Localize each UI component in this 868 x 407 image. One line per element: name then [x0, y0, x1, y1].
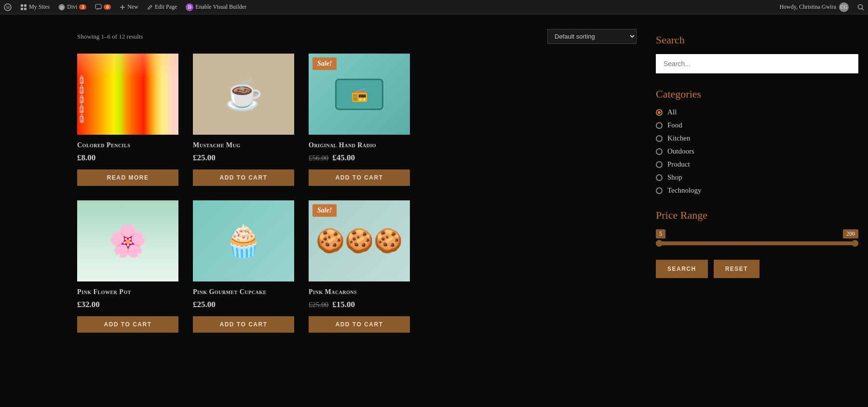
- category-radio-technology[interactable]: [656, 187, 663, 194]
- category-item-all[interactable]: All: [656, 108, 858, 116]
- price-range-fill: [656, 241, 858, 245]
- user-avatar: CG: [839, 2, 849, 12]
- product-pink-flower-pot: 🌸 Pink Flower Pot £32.00 ADD TO CART: [77, 200, 178, 333]
- divi-menu[interactable]: D Divi 3: [58, 3, 86, 11]
- radio-inner: 📻: [335, 79, 383, 110]
- product-mustache-mug: ☕ Mustache Mug £25.00 ADD TO CART: [193, 54, 294, 186]
- price-range-thumb-right[interactable]: [852, 240, 858, 247]
- price-range-thumb-left[interactable]: [656, 240, 663, 247]
- price-min-label: 5: [656, 229, 665, 239]
- product-image-cupcake: 🧁: [193, 200, 294, 281]
- price-reset-button[interactable]: RESET: [714, 260, 760, 278]
- categories-title: Categories: [656, 88, 858, 100]
- comments-count: 0: [104, 4, 111, 10]
- product-price: £25.00 £15.00: [309, 300, 410, 309]
- category-radio-food[interactable]: [656, 122, 663, 129]
- my-sites-menu[interactable]: My Sites: [20, 3, 50, 11]
- category-item-food[interactable]: Food: [656, 121, 858, 129]
- enable-vb-menu[interactable]: D Enable Visual Builder: [186, 3, 246, 11]
- add-to-cart-button[interactable]: ADD TO CART: [193, 169, 294, 186]
- product-image-wrap: 🌸: [77, 200, 178, 281]
- product-image-wrap: ☕: [193, 54, 294, 135]
- sidebar-filter-buttons: SEARCH RESET: [656, 260, 858, 278]
- svg-text:W: W: [6, 5, 11, 10]
- edit-page-label: Edit Page: [155, 3, 177, 11]
- sort-select[interactable]: Default sorting Sort by popularity Sort …: [547, 29, 637, 44]
- user-label: Howdy, Christina Gwira: [779, 3, 836, 11]
- category-radio-shop[interactable]: [656, 174, 663, 181]
- category-item-shop[interactable]: Shop: [656, 173, 858, 182]
- svg-rect-5: [24, 8, 27, 10]
- product-price: £25.00: [193, 300, 294, 309]
- sale-badge: Sale!: [312, 57, 337, 70]
- price-value: £25.00: [193, 153, 216, 163]
- product-price: £25.00: [193, 153, 294, 163]
- product-original-hand-radio: Sale! 📻 Original Hand Radio £56.00 £45.0…: [309, 54, 410, 186]
- category-radio-all[interactable]: [656, 109, 663, 116]
- search-title: Search: [656, 34, 858, 46]
- comments-menu[interactable]: 0: [95, 4, 111, 11]
- category-label-product: Product: [667, 160, 690, 168]
- price-range-title: Price Range: [656, 209, 858, 222]
- add-to-cart-button[interactable]: ADD TO CART: [309, 169, 410, 186]
- svg-text:D: D: [60, 5, 64, 10]
- product-name: Pink Gourmet Cupcake: [193, 288, 294, 296]
- product-price: £32.00: [77, 300, 178, 309]
- product-grid: Colored Pencils £8.00 READ MORE ☕ Mustac…: [77, 54, 637, 333]
- my-sites-label: My Sites: [29, 3, 50, 11]
- product-price: £56.00 £45.00: [309, 153, 410, 163]
- product-pink-macarons: Sale! 🍪🍪🍪 Pink Macarons £25.00 £15.00 AD…: [309, 200, 410, 333]
- read-more-button[interactable]: READ MORE: [77, 169, 178, 186]
- price-labels: 5 200: [656, 229, 858, 239]
- category-item-kitchen[interactable]: Kitchen: [656, 134, 858, 142]
- price-original: £56.00: [309, 154, 328, 162]
- price-value: £8.00: [77, 153, 95, 163]
- category-item-product[interactable]: Product: [656, 160, 858, 168]
- results-count: Showing 1–6 of 12 results: [77, 33, 143, 41]
- category-label-outdoors: Outdoors: [667, 147, 694, 155]
- wordpress-icon[interactable]: W: [4, 3, 12, 11]
- svg-point-9: [858, 4, 863, 9]
- search-input[interactable]: [656, 54, 858, 73]
- new-menu[interactable]: New: [120, 3, 138, 11]
- divi-label: Divi: [67, 3, 77, 11]
- price-current: £15.00: [332, 300, 355, 309]
- category-radio-kitchen[interactable]: [656, 135, 663, 142]
- product-image-wrap: Sale! 📻: [309, 54, 410, 135]
- admin-bar: W My Sites D Divi 3 0 New Edit Page D En…: [0, 0, 868, 14]
- add-to-cart-button[interactable]: ADD TO CART: [193, 316, 294, 333]
- category-radio-outdoors[interactable]: [656, 148, 663, 155]
- add-to-cart-button[interactable]: ADD TO CART: [309, 316, 410, 333]
- svg-rect-2: [21, 4, 23, 7]
- edit-page-menu[interactable]: Edit Page: [147, 3, 177, 11]
- search-section: Search: [656, 34, 858, 88]
- page-wrapper: Showing 1–6 of 12 results Default sortin…: [0, 14, 868, 347]
- product-colored-pencils: Colored Pencils £8.00 READ MORE: [77, 54, 178, 186]
- product-pink-gourmet-cupcake: 🧁 Pink Gourmet Cupcake £25.00 ADD TO CAR…: [193, 200, 294, 333]
- user-info[interactable]: Howdy, Christina Gwira CG: [779, 2, 849, 12]
- category-label-kitchen: Kitchen: [667, 134, 690, 142]
- sidebar: Search Categories All Food Kitchen: [656, 29, 858, 333]
- svg-rect-3: [24, 4, 27, 7]
- price-range-track: [656, 241, 858, 245]
- add-to-cart-button[interactable]: ADD TO CART: [77, 316, 178, 333]
- svg-line-10: [862, 8, 864, 10]
- price-search-button[interactable]: SEARCH: [656, 260, 708, 278]
- category-label-technology: Technology: [667, 186, 702, 195]
- product-image-wrap: [77, 54, 178, 135]
- svg-rect-8: [95, 4, 101, 9]
- price-value: £25.00: [193, 300, 216, 309]
- divi-count: 3: [79, 4, 86, 10]
- product-name: Pink Flower Pot: [77, 288, 178, 296]
- product-name: Colored Pencils: [77, 141, 178, 149]
- category-item-outdoors[interactable]: Outdoors: [656, 147, 858, 155]
- sale-badge: Sale!: [312, 204, 337, 217]
- price-original: £25.00: [309, 301, 328, 309]
- category-item-technology[interactable]: Technology: [656, 186, 858, 195]
- product-image-wrap: 🧁: [193, 200, 294, 281]
- category-radio-product[interactable]: [656, 161, 663, 168]
- admin-search-icon[interactable]: [857, 4, 864, 11]
- results-info-bar: Showing 1–6 of 12 results Default sortin…: [77, 29, 637, 44]
- price-current: £45.00: [332, 153, 355, 163]
- price-value: £32.00: [77, 300, 100, 309]
